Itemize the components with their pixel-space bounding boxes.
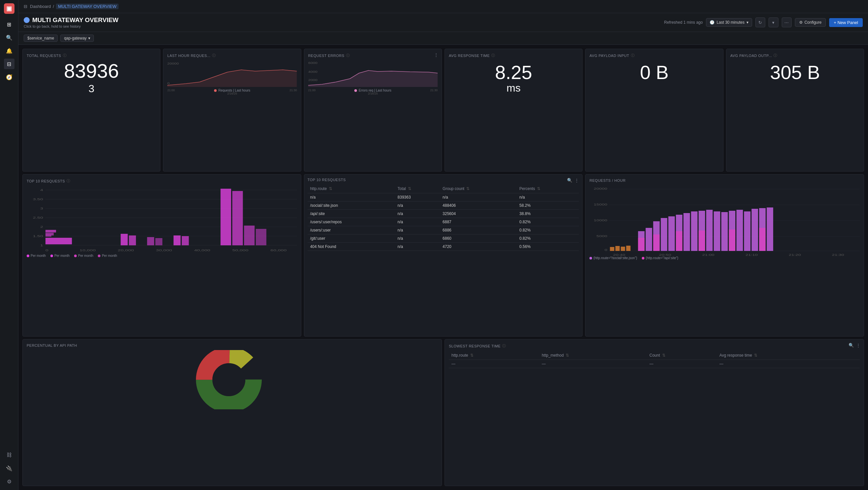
- cell-total: n/a: [395, 226, 440, 235]
- sidebar-item-plugins[interactable]: 🔌: [4, 463, 14, 473]
- cell-total: n/a: [395, 202, 440, 210]
- dashboard-title[interactable]: MULTI GATEWAY OVERVIEW: [24, 17, 119, 24]
- time-range-picker[interactable]: 🕐 Last 30 minutes ▾: [706, 18, 752, 27]
- table-search-button[interactable]: 🔍: [567, 178, 572, 183]
- configure-button[interactable]: ⚙ Configure: [795, 18, 826, 27]
- col-count[interactable]: Count ⇅: [647, 351, 717, 360]
- panel-req-hour-title: REQUESTS / HOUR: [589, 179, 860, 182]
- table-row: /users/:user/repos n/a 6887 0.82%: [308, 218, 579, 226]
- filter-bar: $service_name qap-gateway ▾: [19, 32, 868, 45]
- svg-text:4: 4: [40, 188, 43, 192]
- last-hour-chart: 20000 0 21:00 21:30 2/16/25: [167, 61, 297, 87]
- gateway-filter[interactable]: qap-gateway ▾: [60, 35, 94, 42]
- last-hour-x1: 21:00: [167, 89, 175, 92]
- cell-total: n/a: [395, 210, 440, 218]
- svg-rect-31: [174, 236, 181, 245]
- refresh-options-button[interactable]: ▾: [769, 18, 778, 27]
- col-http-method[interactable]: http_method ⇅: [539, 351, 647, 360]
- sidebar-item-connections[interactable]: ⛓: [4, 450, 14, 460]
- info-icon: ⓘ: [774, 53, 777, 58]
- legend-item-4: Per month: [98, 254, 117, 257]
- col-route[interactable]: http.route ⇅: [308, 184, 395, 193]
- svg-text:2.50: 2.50: [33, 216, 43, 219]
- refresh-button[interactable]: ↻: [755, 18, 765, 27]
- errors-more-button[interactable]: ⋮: [434, 52, 438, 57]
- sidebar-item-home[interactable]: ⊞: [4, 19, 14, 30]
- sidebar-item-alerts[interactable]: 🔔: [4, 45, 14, 56]
- svg-text:20000: 20000: [594, 187, 607, 190]
- panel-avg-payload-output: AVG PAYLOAD OUTP... ⓘ 305 B: [726, 49, 864, 172]
- errors-date: 2/16/25: [308, 92, 438, 95]
- table-row: /users/:user n/a 6886 0.82%: [308, 226, 579, 235]
- sort-icon-method: ⇅: [566, 353, 569, 358]
- sort-icon-group: ⇅: [466, 186, 470, 191]
- svg-text:10000: 10000: [594, 219, 607, 222]
- col-http-route[interactable]: http.route ⇅: [449, 351, 539, 360]
- svg-rect-22: [45, 235, 51, 237]
- sort-icon-percents: ⇅: [537, 186, 540, 191]
- info-icon: ⓘ: [491, 53, 495, 58]
- chevron-down-icon: ▾: [88, 36, 90, 40]
- table-more-button[interactable]: ⋮: [575, 178, 579, 183]
- legend-item-1: Per month: [27, 254, 46, 257]
- panels-grid: TOTAL REQUESTS ⓘ 83936 3 LAST HOUR REQUE…: [19, 45, 868, 490]
- errors-x1: 21:00: [308, 89, 316, 92]
- panel-payload-output-title: AVG PAYLOAD OUTP... ⓘ: [731, 53, 860, 58]
- cell-percents: 58.2%: [517, 202, 579, 210]
- sidebar-item-dashboards[interactable]: ⊟: [4, 59, 14, 69]
- info-icon: ⓘ: [346, 53, 350, 58]
- panel-top10-table-title: Top 10 Resquests: [308, 178, 579, 182]
- svg-rect-60: [684, 213, 690, 251]
- table-row: /api/:site n/a 325604 38.8%: [308, 210, 579, 218]
- cell-route: —: [449, 360, 539, 368]
- svg-rect-20: [45, 230, 56, 233]
- new-panel-label: + New Panel: [834, 20, 858, 25]
- total-requests-value: 83936: [27, 61, 156, 81]
- svg-rect-73: [653, 235, 660, 251]
- sidebar-item-search[interactable]: 🔍: [4, 32, 14, 43]
- breadcrumb-home[interactable]: Dashboard: [30, 4, 51, 9]
- service-name-filter[interactable]: $service_name: [24, 35, 58, 42]
- slowest-table: http.route ⇅ http_method ⇅ Count ⇅ Avg: [449, 351, 860, 368]
- svg-text:21:30: 21:30: [832, 253, 844, 256]
- slowest-search-button[interactable]: 🔍: [848, 343, 854, 348]
- sidebar-item-settings[interactable]: ⚙: [4, 476, 14, 487]
- svg-text:20,000: 20,000: [118, 249, 134, 252]
- sort-icon-count: ⇅: [662, 353, 665, 358]
- svg-text:0: 0: [45, 249, 49, 252]
- cell-group-count: 4720: [440, 243, 517, 251]
- svg-rect-76: [729, 229, 736, 251]
- errors-chart: 6000 4000 2000 21:00 21:30 2/16/25: [308, 61, 438, 87]
- app-logo[interactable]: ▣: [4, 3, 14, 14]
- legend-dot-2: [51, 254, 53, 257]
- svg-point-88: [212, 363, 245, 396]
- sidebar-item-explore[interactable]: 🧭: [4, 72, 14, 82]
- topbar: ⊟ Dashboard / MULTI GATEWAY OVERVIEW: [19, 0, 868, 13]
- dashboard-title-icon: [24, 17, 30, 23]
- dashboard-title-area: MULTI GATEWAY OVERVIEW Click to go back,…: [24, 17, 119, 28]
- last-hour-date: 2/16/25: [167, 92, 297, 95]
- panel-slowest-title: SLOWEST RESPONSE TIME ⓘ: [449, 343, 860, 348]
- more-options-button[interactable]: ⋯: [782, 18, 792, 27]
- legend-dot-1: [27, 254, 29, 257]
- breadcrumb-current[interactable]: MULTI GATEWAY OVERVIEW: [56, 4, 118, 9]
- svg-text:5000: 5000: [597, 235, 608, 238]
- cell-group-count: 6860: [440, 235, 517, 243]
- svg-rect-68: [744, 211, 751, 251]
- panel-total-requests-title: TOTAL REQUESTS ⓘ: [27, 53, 156, 58]
- slowest-more-button[interactable]: ⋮: [856, 343, 861, 348]
- cell-route: 404 Not Found: [308, 243, 395, 251]
- svg-rect-32: [182, 236, 189, 245]
- panel-percentual: PERCENTUAL BY API PATH: [22, 339, 442, 486]
- cell-group-count: 325604: [440, 210, 517, 218]
- col-percents[interactable]: Percents ⇅: [517, 184, 579, 193]
- table-row: n/a 839363 n/a n/a: [308, 193, 579, 202]
- cell-total: n/a: [395, 243, 440, 251]
- col-avg-response[interactable]: Avg response time ⇅: [717, 351, 860, 360]
- col-group-count[interactable]: Group count ⇅: [440, 184, 517, 193]
- cell-count: —: [647, 360, 717, 368]
- svg-text:15000: 15000: [594, 203, 607, 206]
- col-total[interactable]: Total ⇅: [395, 184, 440, 193]
- svg-rect-63: [706, 210, 713, 251]
- new-panel-button[interactable]: + New Panel: [829, 18, 863, 27]
